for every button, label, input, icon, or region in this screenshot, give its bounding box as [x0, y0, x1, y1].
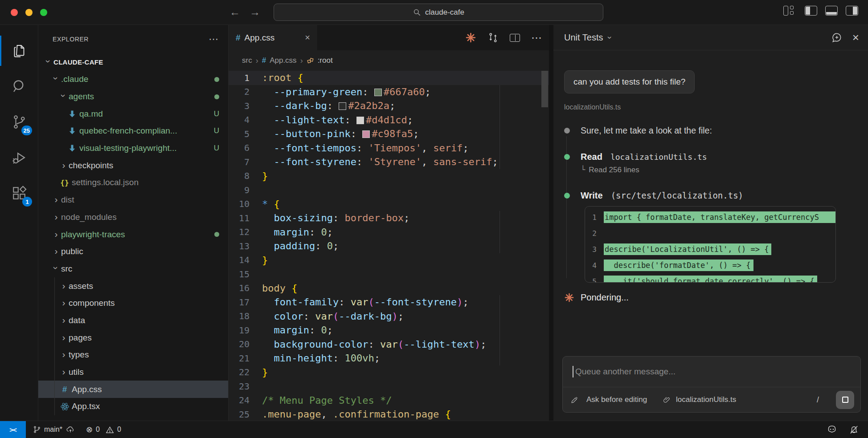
editor-scrollbar[interactable] [541, 71, 548, 107]
attached-file-label: localizationUtils.ts [564, 103, 857, 111]
claude-code-icon[interactable] [465, 32, 476, 43]
tree-item-app-tsx[interactable]: App.tsx [38, 398, 228, 415]
code-line-12[interactable]: 12 margin: 0; [229, 225, 549, 239]
code-line-21[interactable]: 21 min-height: 100vh; [229, 351, 549, 365]
color-swatch[interactable] [362, 130, 370, 138]
tree-item-assets[interactable]: ›assets [38, 277, 228, 295]
toggle-secondary-sidebar-icon[interactable] [846, 6, 858, 16]
code-line-6[interactable]: 6 --font-tiempos: 'Tiempos', serif; [229, 141, 549, 155]
tree-item-quebec-french-complian-[interactable]: quebec-french-complian...U [38, 122, 228, 140]
customize-layout-icon[interactable] [783, 6, 797, 16]
tree-root-folder[interactable]: › CLAUDE-CAFE [38, 53, 228, 71]
toggle-panel-icon[interactable] [825, 6, 838, 16]
tree-item--claude[interactable]: ›.claude [38, 71, 228, 88]
color-swatch[interactable] [374, 89, 382, 96]
paperclip-icon[interactable] [663, 396, 671, 404]
breadcrumb-symbol[interactable]: :root [318, 56, 333, 65]
message-input[interactable]: Queue another message... [563, 357, 860, 387]
chevron-right-icon: › [256, 56, 258, 65]
code-line-25[interactable]: 25.menu-page, .confirmation-page { [229, 407, 549, 421]
tree-item-agents[interactable]: ›agents [38, 88, 228, 105]
edit-mode-icon[interactable] [571, 396, 578, 404]
color-swatch[interactable] [339, 102, 346, 110]
tree-item-app-css[interactable]: #App.css [38, 381, 228, 398]
diff-line-1: 1import { formatDate, translateKey, getC… [585, 209, 835, 225]
code-line-19[interactable]: 19 margin: 0; [229, 323, 549, 337]
color-swatch[interactable] [356, 117, 364, 124]
code-line-15[interactable]: 15 [229, 267, 549, 281]
close-tab-icon[interactable]: × [305, 32, 310, 43]
tree-item-checkpoints[interactable]: ›checkpoints [38, 157, 228, 174]
minimize-window-button[interactable] [25, 9, 33, 16]
code-line-9[interactable]: 9 [229, 183, 549, 197]
tree-item-playwright-traces[interactable]: ›playwright-traces [38, 226, 228, 243]
code-line-17[interactable]: 17 font-family: var(--font-styrene); [229, 295, 549, 309]
more-actions-icon[interactable]: ⋯ [531, 32, 542, 43]
notifications-muted-icon[interactable] [849, 425, 859, 435]
code-line-5[interactable]: 5 --button-pink: #c98fa5; [229, 127, 549, 141]
new-chat-icon[interactable] [831, 32, 843, 43]
copilot-icon[interactable] [827, 424, 837, 435]
problems-status[interactable]: ⊗ 0 0 [86, 425, 121, 434]
code-line-20[interactable]: 20 background-color: var(--light-text); [229, 337, 549, 352]
tree-item-qa-md[interactable]: qa.mdU [38, 105, 228, 122]
explorer-more-actions-icon[interactable]: ⋯ [209, 33, 218, 45]
code-line-2[interactable]: 2 --primary-green: #667a60; [229, 85, 549, 99]
tree-item-public[interactable]: ›public [38, 243, 228, 260]
breadcrumb-src[interactable]: src [242, 56, 252, 65]
breadcrumb-file[interactable]: App.css [270, 56, 296, 65]
stop-button[interactable] [836, 391, 854, 409]
activity-source-control[interactable]: 25 [0, 104, 38, 140]
activity-run-debug[interactable] [0, 140, 38, 175]
code-line-23[interactable]: 23 [229, 379, 549, 393]
maximize-window-button[interactable] [40, 9, 47, 16]
tree-item-settings-local-json[interactable]: {}settings.local.json [38, 174, 228, 191]
activity-extensions[interactable]: 1 [0, 175, 38, 211]
tree-item-dist[interactable]: ›dist [38, 191, 228, 209]
tree-item-visual-testing-playwright-[interactable]: visual-testing-playwright...U [38, 140, 228, 157]
write-tool-row[interactable]: Write (src/test/localization.ts) [564, 191, 857, 201]
code-line-1[interactable]: 1:root { [229, 71, 549, 85]
split-editor-icon[interactable] [510, 34, 520, 42]
navigate-back-icon[interactable]: ← [228, 6, 242, 18]
activity-search[interactable] [0, 69, 38, 104]
code-line-22[interactable]: 22} [229, 365, 549, 380]
open-changes-icon[interactable] [487, 32, 499, 43]
code-line-4[interactable]: 4 --light-text: #d4d1cd; [229, 113, 549, 127]
attached-file-chip[interactable]: localizationUtils.ts [676, 395, 736, 404]
navigate-forward-icon[interactable]: → [248, 6, 262, 18]
tree-item-data[interactable]: ›data [38, 312, 228, 329]
tree-item-components[interactable]: ›components [38, 295, 228, 312]
tree-item-node-modules[interactable]: ›node_modules [38, 209, 228, 226]
close-panel-icon[interactable]: × [852, 31, 859, 45]
slash-commands-icon[interactable]: / [817, 395, 831, 405]
code-line-18[interactable]: 18 color: var(--dark-bg); [229, 309, 549, 324]
code-line-11[interactable]: 11 box-sizing: border-box; [229, 211, 549, 225]
code-line-7[interactable]: 7 --font-styrene: 'Styrene', sans-serif; [229, 155, 549, 169]
tree-item-pages[interactable]: ›pages [38, 329, 228, 346]
tree-item-types[interactable]: ›types [38, 346, 228, 364]
tree-item-src[interactable]: ›src [38, 260, 228, 278]
branch-status[interactable]: main* [33, 425, 75, 434]
code-line-3[interactable]: 3 --dark-bg: #2a2b2a; [229, 99, 549, 113]
remote-indicator[interactable]: >< [0, 421, 26, 438]
code-line-10[interactable]: 10* { [229, 197, 549, 211]
tab-app-css[interactable]: # App.css × [229, 25, 318, 50]
chevron-down-icon[interactable]: › [605, 36, 614, 39]
diff-code-block[interactable]: 1import { formatDate, translateKey, getC… [585, 206, 836, 283]
edit-mode-label[interactable]: Ask before editing [586, 395, 647, 404]
chat-input-box[interactable]: Queue another message... Ask before edit… [562, 356, 861, 413]
code-line-8[interactable]: 8} [229, 169, 549, 183]
code-line-14[interactable]: 14} [229, 253, 549, 268]
command-center-search[interactable]: claude-cafe [274, 4, 603, 21]
close-window-button[interactable] [11, 9, 18, 16]
activity-explorer[interactable] [0, 33, 38, 69]
code-editor[interactable]: 1:root {2 --primary-green: #667a60;3 --d… [229, 71, 549, 421]
read-tool-row[interactable]: Read localizationUtils.ts [564, 152, 857, 162]
code-line-16[interactable]: 16body { [229, 281, 549, 296]
toggle-primary-sidebar-icon[interactable] [805, 6, 817, 16]
code-line-24[interactable]: 24/* Menu Page Styles */ [229, 393, 549, 408]
tree-item-utils[interactable]: ›utils [38, 364, 228, 381]
panel-sash[interactable] [549, 25, 553, 421]
code-line-13[interactable]: 13 padding: 0; [229, 239, 549, 253]
